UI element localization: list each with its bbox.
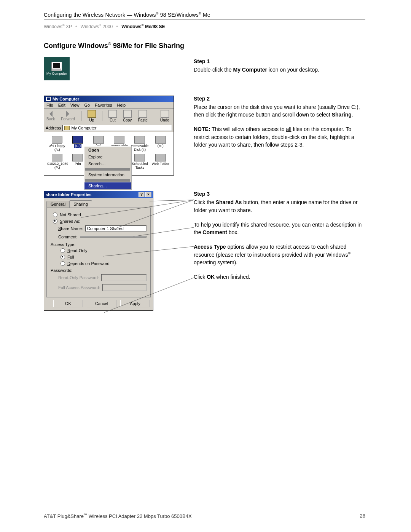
toolbar-cut[interactable]: Cut bbox=[108, 110, 117, 122]
web-folder[interactable]: Web Folder bbox=[151, 154, 170, 170]
step-heading: Step 2 bbox=[194, 96, 365, 102]
footer-product: AT&T Plug&Share™ Wireless PCI Adapter 22… bbox=[44, 513, 192, 519]
read-only-password-label: Read-Only Password: bbox=[58, 275, 99, 280]
web-folder-icon bbox=[155, 154, 166, 161]
window-titlebar[interactable]: My Computer bbox=[44, 96, 174, 102]
radio-depends-on-password[interactable]: Depends on Password bbox=[61, 261, 147, 266]
drive-icon bbox=[93, 136, 104, 144]
context-menu: Open Explore Search… System Information … bbox=[84, 146, 132, 190]
step-heading: Step 3 bbox=[194, 191, 365, 197]
step-body: Click the Shared As button, then enter a… bbox=[194, 198, 365, 214]
menu-view[interactable]: View bbox=[70, 103, 80, 107]
step-body: Place the cursor on the disk drive you w… bbox=[194, 103, 365, 119]
separator bbox=[85, 179, 130, 182]
radio-icon bbox=[53, 212, 57, 217]
floppy-icon bbox=[52, 136, 62, 144]
context-menu-search[interactable]: Search… bbox=[84, 160, 131, 167]
share-name-label: Share Name: bbox=[58, 226, 83, 231]
removable-icon bbox=[134, 136, 145, 144]
toolbar-forward[interactable]: Forward bbox=[61, 111, 75, 121]
ok-button[interactable]: OK bbox=[53, 300, 83, 307]
monitor-icon bbox=[51, 62, 62, 71]
tab-sharing[interactable]: Sharing bbox=[69, 200, 92, 208]
reg-mark: ® bbox=[156, 11, 159, 15]
drive-floppy-a[interactable]: 3½ Floppy (A:) bbox=[47, 136, 67, 152]
context-menu-system-information[interactable]: System Information bbox=[84, 171, 131, 178]
page-footer: AT&T Plug&Share™ Wireless PCI Adapter 22… bbox=[44, 513, 365, 519]
reg-mark: ® bbox=[199, 11, 201, 15]
dialog-tabs: General Sharing bbox=[44, 198, 153, 208]
toolbar-paste[interactable]: Paste bbox=[138, 110, 148, 122]
radio-label: Full bbox=[67, 255, 74, 259]
radio-label: Read-Only bbox=[67, 248, 88, 253]
menu-go[interactable]: Go bbox=[84, 103, 90, 107]
dialog-titlebar[interactable]: share folder Properties ? × bbox=[44, 191, 153, 198]
page-number: 28 bbox=[360, 513, 365, 519]
scheduled-tasks[interactable]: ScheduledTasks bbox=[130, 154, 150, 170]
menu-edit[interactable]: Edit bbox=[58, 103, 65, 107]
desktop-icon-label: My Computer bbox=[46, 72, 67, 75]
tab-general[interactable]: General bbox=[46, 201, 70, 208]
context-menu-open[interactable]: Open bbox=[84, 147, 131, 153]
menu-favorites[interactable]: Favorites bbox=[95, 103, 112, 107]
toolbar-back[interactable]: Back bbox=[46, 111, 55, 121]
monitor-icon bbox=[64, 126, 70, 130]
breadcrumb-item: Windows® 2000 bbox=[81, 24, 113, 29]
separator bbox=[81, 111, 81, 121]
close-button[interactable]: × bbox=[145, 192, 151, 197]
drive-removable-i[interactable]: RemovableDisk (I:) bbox=[130, 136, 150, 152]
scheduled-tasks-icon bbox=[134, 154, 145, 161]
radio-icon bbox=[61, 248, 65, 253]
radio-label: Depends on Password bbox=[67, 261, 110, 266]
radio-full[interactable]: Full bbox=[61, 255, 147, 259]
separator-dot: • bbox=[75, 24, 77, 29]
comment-input[interactable] bbox=[80, 236, 147, 238]
drive-m[interactable]: (M:) bbox=[151, 136, 170, 152]
properties-dialog: share folder Properties ? × General Shar… bbox=[44, 191, 153, 311]
help-button[interactable]: ? bbox=[139, 192, 145, 197]
toolbar-up[interactable]: Up bbox=[88, 110, 96, 122]
breadcrumb-item-current: Windows® Me/98 SE bbox=[121, 24, 165, 29]
step-note: NOTE: This will allow others access to a… bbox=[194, 125, 365, 149]
apply-button[interactable]: Apply bbox=[120, 300, 150, 307]
drive-icon bbox=[155, 136, 166, 144]
address-input[interactable]: My Computer bbox=[62, 125, 172, 131]
full-access-password-label: Full Access Password: bbox=[58, 285, 100, 290]
menu-file[interactable]: File bbox=[46, 103, 53, 107]
address-label: Address bbox=[46, 126, 61, 130]
separator bbox=[85, 168, 130, 171]
drive-p[interactable]: 010212_1059(P:) bbox=[47, 154, 67, 170]
read-only-password-input bbox=[101, 274, 147, 281]
drive-icon bbox=[72, 136, 83, 144]
context-menu-explore[interactable]: Explore bbox=[84, 153, 131, 160]
menu-help[interactable]: Help bbox=[117, 103, 126, 107]
svg-line-1 bbox=[150, 200, 194, 201]
drive-icon bbox=[52, 154, 62, 161]
toolbar-copy[interactable]: Copy bbox=[123, 110, 132, 122]
undo-icon bbox=[161, 110, 169, 118]
step-heading: Step 1 bbox=[194, 58, 365, 64]
separator-dot: • bbox=[116, 24, 118, 29]
radio-label: Shared As: bbox=[60, 219, 80, 224]
copy-icon bbox=[123, 110, 132, 118]
access-type-label: Access Type: bbox=[51, 242, 147, 247]
printer-icon bbox=[72, 154, 83, 161]
context-menu-sharing[interactable]: Sharing… bbox=[84, 182, 131, 189]
header-text-b: 98 SE/Windows bbox=[159, 12, 199, 18]
paste-icon bbox=[139, 110, 147, 118]
share-name-input[interactable]: Computer 1 Shared bbox=[85, 225, 147, 232]
comment-label: Comment: bbox=[58, 235, 78, 239]
desktop-icon-my-computer[interactable]: My Computer bbox=[44, 57, 70, 80]
dialog-title: share folder Properties bbox=[46, 192, 91, 197]
separator bbox=[102, 111, 102, 121]
cancel-button[interactable]: Cancel bbox=[87, 300, 116, 307]
radio-read-only[interactable]: Read-Only bbox=[61, 248, 147, 253]
section-title: Configure Windows® 98/Me for File Sharin… bbox=[44, 42, 365, 50]
radio-not-shared[interactable]: Not Shared bbox=[53, 212, 147, 217]
toolbar-undo[interactable]: Undo bbox=[160, 110, 169, 122]
radio-shared-as[interactable]: Shared As: bbox=[53, 219, 147, 224]
page-header: Configuring the Wireless Network — Windo… bbox=[44, 11, 365, 20]
dialog-buttons: OK Cancel Apply bbox=[44, 300, 153, 310]
radio-icon bbox=[61, 255, 65, 259]
window-title: My Computer bbox=[53, 97, 79, 101]
